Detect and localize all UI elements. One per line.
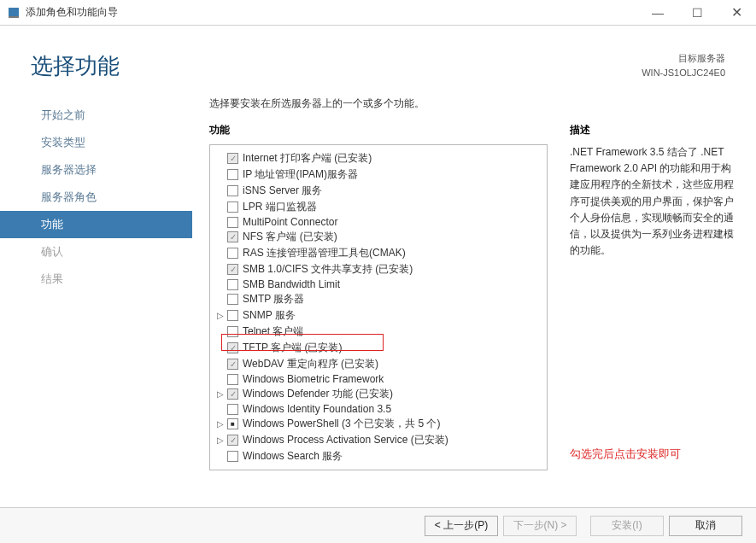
sidebar: 开始之前安装类型服务器选择服务器角色功能确认结果 — [0, 96, 192, 470]
next-button[interactable]: 下一步(N) > — [503, 516, 577, 536]
feature-label: Windows Identity Foundation 3.5 — [243, 403, 391, 415]
feature-checkbox[interactable] — [227, 217, 238, 228]
feature-label: WebDAV 重定向程序 (已安装) — [243, 357, 378, 371]
feature-row[interactable]: iSNS Server 服务 — [214, 183, 543, 199]
feature-row[interactable]: Internet 打印客户端 (已安装) — [214, 150, 543, 166]
feature-checkbox[interactable] — [227, 388, 238, 400]
feature-label: Windows Search 服务 — [243, 449, 343, 464]
feature-checkbox[interactable] — [227, 451, 238, 462]
feature-checkbox[interactable] — [227, 326, 238, 337]
feature-row[interactable]: LPR 端口监视器 — [214, 199, 543, 215]
feature-checkbox[interactable] — [227, 169, 238, 180]
feature-checkbox[interactable] — [227, 294, 238, 305]
feature-label: Windows Defender 功能 (已安装) — [243, 387, 393, 401]
sidebar-item-2[interactable]: 服务器选择 — [0, 156, 192, 184]
minimize-button[interactable]: — — [638, 0, 677, 26]
main-panel: 选择要安装在所选服务器上的一个或多个功能。 功能 Internet 打印客户端 … — [192, 96, 756, 470]
feature-checkbox[interactable] — [227, 248, 238, 259]
feature-row[interactable]: IP 地址管理(IPAM)服务器 — [214, 166, 543, 183]
expander-icon[interactable]: ▷ — [215, 435, 226, 445]
previous-button[interactable]: < 上一步(P) — [425, 516, 498, 536]
titlebar: 添加角色和功能向导 — ☐ ✕ — [0, 0, 756, 26]
feature-label: Internet 打印客户端 (已安装) — [243, 151, 372, 166]
description-heading: 描述 — [570, 123, 735, 137]
feature-row[interactable]: TFTP 客户端 (已安装) — [214, 340, 543, 356]
feature-label: SMB 1.0/CIFS 文件共享支持 (已安装) — [243, 262, 413, 277]
feature-checkbox[interactable] — [227, 264, 238, 275]
feature-checkbox[interactable] — [227, 418, 238, 429]
feature-row[interactable]: ▷Windows PowerShell (3 个已安装，共 5 个) — [214, 416, 543, 432]
feature-label: Windows PowerShell (3 个已安装，共 5 个) — [243, 417, 440, 431]
feature-checkbox[interactable] — [227, 404, 238, 415]
install-button[interactable]: 安装(I) — [590, 516, 664, 536]
feature-row[interactable]: RAS 连接管理器管理工具包(CMAK) — [214, 245, 543, 261]
feature-label: iSNS Server 服务 — [243, 184, 322, 198]
page-title: 选择功能 — [31, 51, 642, 81]
feature-checkbox[interactable] — [227, 185, 238, 196]
feature-label: LPR 端口监视器 — [243, 200, 317, 214]
features-listbox[interactable]: Internet 打印客户端 (已安装)IP 地址管理(IPAM)服务器iSNS… — [209, 144, 548, 470]
sidebar-item-3[interactable]: 服务器角色 — [0, 184, 192, 211]
feature-row[interactable]: ▷Windows Process Activation Service (已安装… — [214, 432, 543, 448]
svg-rect-0 — [9, 8, 19, 16]
feature-checkbox[interactable] — [227, 231, 238, 242]
sidebar-item-1[interactable]: 安装类型 — [0, 129, 192, 156]
expander-icon[interactable]: ▷ — [215, 389, 226, 399]
feature-label: NFS 客户端 (已安装) — [243, 230, 337, 244]
feature-label: Windows Process Activation Service (已安装) — [243, 433, 448, 447]
target-name: WIN-JS1OLJC24E0 — [642, 66, 725, 80]
feature-row[interactable]: ▷SNMP 服务 — [214, 307, 543, 324]
feature-checkbox[interactable] — [227, 310, 238, 321]
feature-row[interactable]: Windows Biometric Framework — [214, 372, 543, 386]
feature-label: SNMP 服务 — [243, 308, 296, 323]
feature-row[interactable]: WebDAV 重定向程序 (已安装) — [214, 356, 543, 372]
target-label: 目标服务器 — [642, 51, 725, 66]
feature-row[interactable]: ▷Windows Defender 功能 (已安装) — [214, 386, 543, 402]
feature-label: SMB Bandwidth Limit — [243, 278, 340, 290]
feature-checkbox[interactable] — [227, 153, 238, 164]
annotation-text: 勾选完后点击安装即可 — [570, 447, 735, 462]
sidebar-item-4[interactable]: 功能 — [0, 211, 192, 238]
feature-checkbox[interactable] — [227, 279, 238, 290]
expander-icon[interactable]: ▷ — [215, 419, 226, 429]
cancel-button[interactable]: 取消 — [669, 516, 742, 536]
feature-label: Windows Biometric Framework — [243, 373, 384, 385]
feature-row[interactable]: Windows Identity Foundation 3.5 — [214, 402, 543, 416]
feature-row[interactable]: Telnet 客户端 — [214, 324, 543, 340]
feature-checkbox[interactable] — [227, 435, 238, 446]
feature-checkbox[interactable] — [227, 201, 238, 213]
feature-checkbox[interactable] — [227, 342, 238, 353]
feature-label: Telnet 客户端 — [243, 324, 303, 339]
description-text: .NET Framework 3.5 结合了 .NET Framework 2.… — [570, 144, 735, 259]
instruction-text: 选择要安装在所选服务器上的一个或多个功能。 — [209, 96, 735, 111]
close-button[interactable]: ✕ — [717, 0, 756, 26]
header: 选择功能 目标服务器 WIN-JS1OLJC24E0 — [0, 26, 756, 81]
feature-label: TFTP 客户端 (已安装) — [243, 341, 342, 355]
feature-label: RAS 连接管理器管理工具包(CMAK) — [243, 246, 406, 260]
feature-row[interactable]: NFS 客户端 (已安装) — [214, 229, 543, 245]
expander-icon[interactable]: ▷ — [215, 311, 226, 320]
feature-label: SMTP 服务器 — [243, 292, 304, 307]
feature-checkbox[interactable] — [227, 374, 238, 385]
feature-row[interactable]: MultiPoint Connector — [214, 215, 543, 229]
svg-rect-1 — [9, 16, 19, 18]
target-info: 目标服务器 WIN-JS1OLJC24E0 — [642, 51, 725, 79]
feature-label: IP 地址管理(IPAM)服务器 — [243, 167, 358, 182]
feature-row[interactable]: Windows Search 服务 — [214, 448, 543, 464]
sidebar-item-6: 结果 — [0, 266, 192, 293]
footer: < 上一步(P) 下一步(N) > 安装(I) 取消 — [0, 507, 756, 543]
maximize-button[interactable]: ☐ — [677, 0, 717, 26]
feature-label: MultiPoint Connector — [243, 216, 337, 228]
features-heading: 功能 — [209, 123, 548, 137]
app-icon — [7, 6, 21, 20]
feature-checkbox[interactable] — [227, 359, 238, 370]
sidebar-item-0[interactable]: 开始之前 — [0, 102, 192, 129]
feature-row[interactable]: SMTP 服务器 — [214, 291, 543, 307]
window-title: 添加角色和功能向导 — [26, 5, 638, 20]
sidebar-item-5: 确认 — [0, 238, 192, 266]
feature-row[interactable]: SMB 1.0/CIFS 文件共享支持 (已安装) — [214, 261, 543, 277]
feature-row[interactable]: SMB Bandwidth Limit — [214, 277, 543, 291]
